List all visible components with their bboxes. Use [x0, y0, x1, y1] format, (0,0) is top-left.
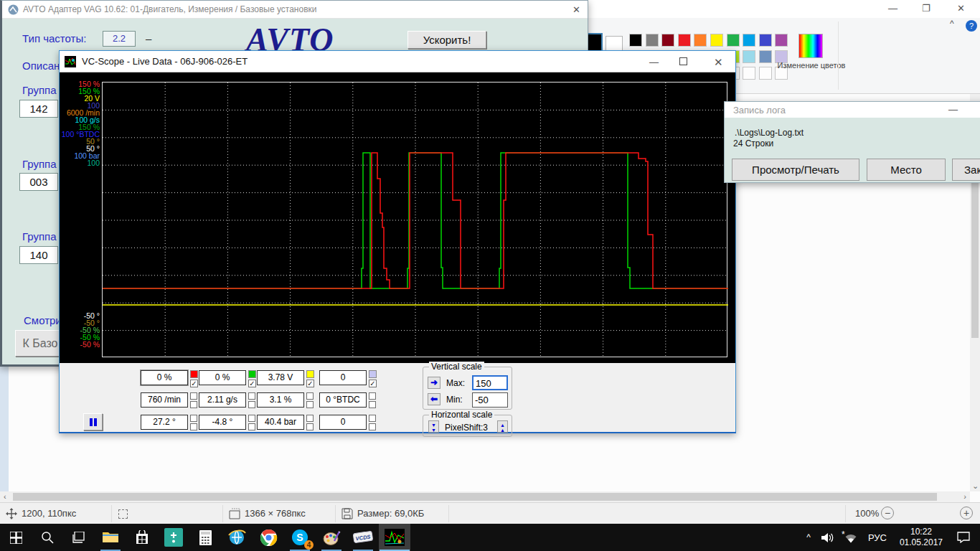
- scroll-right-icon[interactable]: ›: [963, 491, 966, 502]
- volume-icon[interactable]: [821, 532, 834, 543]
- group-2-field[interactable]: 003: [19, 173, 58, 191]
- channel-option-checkbox[interactable]: [369, 392, 376, 400]
- palette-color-swatch[interactable]: [759, 50, 772, 63]
- channel-option-checkbox[interactable]: [248, 392, 255, 400]
- palette-color-swatch[interactable]: [646, 34, 659, 47]
- scale-up-arrow-button[interactable]: ➜: [428, 377, 440, 389]
- action-center-icon[interactable]: [957, 532, 970, 543]
- help-icon[interactable]: ?: [966, 20, 977, 32]
- skype-button[interactable]: S 4: [284, 524, 316, 551]
- channel-option-checkbox[interactable]: [369, 415, 376, 422]
- channel-value-box[interactable]: -4.8 °: [199, 415, 246, 430]
- start-button[interactable]: [0, 524, 32, 551]
- scale-down-arrow-button[interactable]: ⬅: [428, 393, 440, 405]
- max-input[interactable]: 150: [472, 375, 508, 390]
- paint-restore-button[interactable]: ❐: [922, 3, 930, 14]
- palette-color-swatch[interactable]: [775, 34, 788, 47]
- min-input[interactable]: -50: [472, 392, 508, 408]
- to-basic-settings-button[interactable]: К Базо: [15, 330, 65, 357]
- channel-option-checkbox[interactable]: [306, 401, 314, 408]
- channel-option-checkbox[interactable]: [306, 423, 314, 430]
- horizontal-scrollbar-thumb[interactable]: [13, 493, 937, 501]
- channel-option-checkbox[interactable]: [306, 392, 314, 400]
- palette-empty-swatch[interactable]: [743, 67, 755, 80]
- chrome-button[interactable]: [253, 524, 284, 551]
- log-minimize-button[interactable]: —: [948, 104, 958, 115]
- people-app-button[interactable]: [158, 524, 189, 551]
- calculator-button[interactable]: [189, 524, 221, 551]
- channel-value-box[interactable]: 3.78 V: [257, 370, 304, 385]
- store-button[interactable]: [126, 524, 158, 551]
- channel-value-box[interactable]: 0 %: [199, 370, 246, 385]
- palette-color-swatch[interactable]: [743, 50, 755, 63]
- paint-minimize-button[interactable]: —: [888, 3, 897, 14]
- vcscope-titlebar[interactable]: VC-Scope - Live Data - 06J-906-026-ET — …: [60, 51, 735, 72]
- view-print-button[interactable]: Просмотр/Печать: [732, 159, 859, 181]
- group-3-field[interactable]: 140: [19, 246, 58, 264]
- channel-value-box[interactable]: 3.1 %: [257, 392, 304, 408]
- clock[interactable]: 10:22 01.05.2017: [900, 527, 943, 548]
- channel-enable-checkbox[interactable]: ✓: [369, 380, 377, 387]
- group-1-field[interactable]: 142: [19, 100, 58, 118]
- channel-value-box[interactable]: 0 %: [141, 370, 188, 385]
- accelerate-button[interactable]: Ускорить!: [407, 31, 486, 49]
- channel-enable-checkbox[interactable]: ✓: [190, 380, 198, 387]
- channel-option-checkbox[interactable]: [369, 423, 376, 430]
- vcds-button[interactable]: VCDS: [347, 524, 379, 551]
- palette-empty-swatch[interactable]: [759, 67, 772, 80]
- channel-option-checkbox[interactable]: [190, 423, 197, 430]
- location-button[interactable]: Место: [867, 159, 946, 181]
- palette-color-swatch[interactable]: [759, 34, 772, 47]
- palette-color-swatch[interactable]: [629, 34, 642, 47]
- channel-option-checkbox[interactable]: [369, 401, 376, 408]
- pause-button[interactable]: [83, 413, 103, 430]
- ribbon-collapse-icon[interactable]: ^: [950, 19, 954, 29]
- channel-value-box[interactable]: 40.4 bar: [257, 415, 304, 430]
- network-icon[interactable]: *: [844, 532, 857, 543]
- scroll-left-icon[interactable]: ‹: [4, 491, 6, 502]
- log-titlebar[interactable]: Запись лога —: [725, 102, 980, 118]
- horizontal-scrollbar[interactable]: ‹ ›: [0, 491, 970, 502]
- channel-value-box[interactable]: 0: [319, 370, 367, 385]
- vcscope-close-button[interactable]: ✕: [714, 56, 723, 69]
- edit-colors-icon[interactable]: [798, 34, 823, 58]
- log-third-button[interactable]: Зак: [952, 159, 980, 181]
- language-indicator[interactable]: РУС: [868, 532, 887, 543]
- file-explorer-button[interactable]: [95, 524, 126, 551]
- paint-close-button[interactable]: ✕: [957, 3, 965, 14]
- channel-enable-checkbox[interactable]: ✓: [248, 380, 256, 387]
- channel-value-box[interactable]: 2.11 g/s: [199, 392, 246, 408]
- zoom-out-button[interactable]: −: [881, 507, 894, 519]
- channel-value-box[interactable]: 27.2 °: [141, 415, 188, 430]
- channel-option-checkbox[interactable]: [248, 401, 255, 408]
- freq-type-field[interactable]: 2.2: [103, 31, 136, 47]
- pixelshift-increase-button[interactable]: ▲▲: [497, 420, 508, 433]
- palette-color-swatch[interactable]: [678, 34, 691, 47]
- scope-app-button[interactable]: [379, 524, 410, 551]
- channel-option-checkbox[interactable]: [248, 423, 255, 430]
- palette-color-swatch[interactable]: [710, 34, 723, 47]
- tray-expand-icon[interactable]: ^: [806, 532, 811, 542]
- palette-color-swatch[interactable]: [661, 34, 674, 47]
- channel-value-box[interactable]: 0 °BTDC: [319, 392, 367, 408]
- palette-color-swatch[interactable]: [694, 34, 707, 47]
- paint-color2-swatch[interactable]: [606, 36, 623, 51]
- palette-color-swatch[interactable]: [743, 34, 755, 47]
- zoom-in-button[interactable]: +: [960, 507, 973, 519]
- palette-color-swatch[interactable]: [727, 34, 740, 47]
- channel-value-box[interactable]: 760 /min: [141, 392, 188, 408]
- channel-option-checkbox[interactable]: [306, 415, 314, 422]
- channel-option-checkbox[interactable]: [190, 401, 197, 408]
- vcscope-maximize-button[interactable]: [679, 57, 687, 65]
- task-view-button[interactable]: [63, 524, 95, 551]
- avto-close-button[interactable]: ✕: [573, 4, 580, 15]
- channel-option-checkbox[interactable]: [248, 415, 255, 422]
- avto-titlebar[interactable]: AVTO Адаптер VAG 10.62: 01-Двигатель, Из…: [2, 1, 588, 19]
- search-button[interactable]: [32, 524, 63, 551]
- edit-colors-label[interactable]: Изменение цветов: [776, 61, 847, 70]
- internet-explorer-button[interactable]: [221, 524, 253, 551]
- pixelshift-decrease-button[interactable]: ▼▼: [428, 420, 439, 433]
- channel-enable-checkbox[interactable]: ✓: [306, 380, 314, 387]
- channel-option-checkbox[interactable]: [190, 392, 197, 400]
- channel-option-checkbox[interactable]: [190, 415, 197, 422]
